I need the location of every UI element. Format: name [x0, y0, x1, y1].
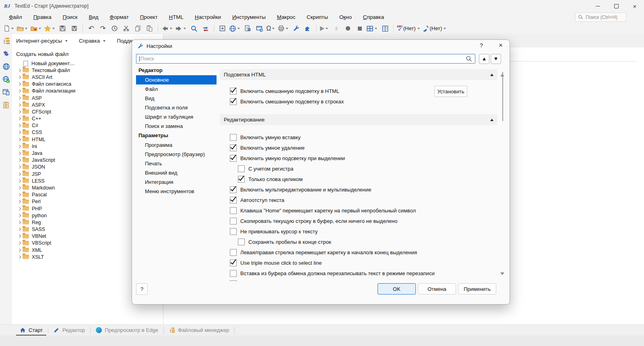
apply-button[interactable]: Применить — [458, 283, 496, 295]
globe-icon[interactable] — [0, 60, 12, 73]
expand-chevron-icon[interactable] — [16, 194, 23, 196]
settings-nav-item[interactable]: Меню инструментов — [136, 187, 217, 196]
history-button[interactable] — [109, 23, 120, 34]
menu-item[interactable]: HTML — [163, 12, 189, 23]
checkbox[interactable] — [230, 270, 237, 277]
dropdown-icon[interactable] — [375, 28, 377, 29]
expand-chevron-icon[interactable] — [16, 90, 23, 92]
checkbox[interactable] — [230, 88, 237, 95]
globe-check-icon[interactable] — [0, 73, 12, 86]
scrollbar-thumb[interactable] — [502, 72, 503, 121]
checkbox[interactable] — [238, 239, 245, 245]
back-button[interactable] — [161, 23, 174, 34]
menu-item[interactable]: Справка — [357, 12, 390, 23]
collapse-icon[interactable] — [490, 119, 493, 121]
checkbox[interactable] — [230, 98, 237, 105]
expand-chevron-icon[interactable] — [16, 159, 23, 161]
menu-item[interactable]: Поиск — [57, 12, 83, 23]
checkbox[interactable] — [230, 134, 237, 141]
expand-chevron-icon[interactable] — [16, 97, 23, 99]
menu-item[interactable]: Окно — [334, 12, 357, 23]
dropdown-icon[interactable] — [417, 28, 420, 29]
dialog-help-button[interactable]: ? — [477, 42, 486, 49]
expand-chevron-icon[interactable] — [16, 166, 23, 168]
goto-pane-button[interactable] — [217, 23, 228, 34]
settings-nav-item[interactable]: Вид — [136, 94, 217, 103]
checkbox[interactable] — [230, 197, 237, 204]
window-layout-button[interactable] — [365, 23, 379, 34]
settings-nav-item[interactable]: Поиск и замена — [136, 122, 217, 131]
sync-arrows-icon[interactable] — [0, 47, 12, 60]
panel-tab[interactable]: Справка — [79, 38, 105, 44]
section-header-html-highlight[interactable]: Подсветка HTML — [220, 69, 497, 80]
expand-chevron-icon[interactable] — [16, 173, 23, 175]
stop-button[interactable] — [354, 23, 365, 34]
settings-nav-item[interactable]: Основное — [136, 75, 217, 84]
expand-chevron-icon[interactable] — [16, 180, 23, 182]
dropdown-icon[interactable] — [170, 28, 172, 29]
expand-chevron-icon[interactable] — [16, 117, 23, 120]
save-all-button[interactable] — [68, 23, 80, 34]
settings-nav-item[interactable]: Шрифт и табуляция — [136, 112, 217, 122]
ok-button[interactable]: OK — [378, 283, 416, 295]
cancel-button[interactable]: Отмена — [418, 283, 456, 295]
menu-item[interactable]: Вид — [83, 12, 104, 23]
search-button[interactable] — [188, 23, 200, 34]
settings-nav-item[interactable]: Программа — [136, 140, 217, 150]
tab-file-manager[interactable]: Файловый менеджер — [164, 325, 235, 336]
expand-chevron-icon[interactable] — [16, 62, 23, 65]
expand-chevron-icon[interactable] — [16, 208, 23, 210]
expand-chevron-icon[interactable] — [16, 256, 23, 258]
dialog-close-button[interactable]: × — [495, 41, 506, 49]
settings-search-input[interactable]: Поиск — [136, 54, 475, 64]
settings-nav-item[interactable]: Интеграция — [136, 177, 217, 187]
expand-chevron-icon[interactable] — [16, 111, 23, 113]
checkbox[interactable] — [230, 144, 237, 151]
dropdown-icon[interactable] — [184, 28, 186, 29]
expand-chevron-icon[interactable] — [16, 242, 23, 244]
expand-chevron-icon[interactable] — [16, 83, 23, 85]
scroll-down-button[interactable] — [500, 275, 504, 282]
browser-globe-button[interactable] — [228, 23, 242, 34]
install-button[interactable]: Установить — [434, 86, 467, 97]
paste-button[interactable] — [144, 23, 155, 34]
plugins-puzzle-button[interactable] — [302, 23, 314, 34]
global-search-input[interactable]: Поиск (Ctrl+H) — [575, 12, 626, 22]
expand-chevron-icon[interactable] — [16, 187, 23, 189]
forward-button[interactable] — [174, 23, 188, 34]
cut-button[interactable] — [120, 23, 132, 34]
highlighter-button[interactable]: (Нет) — [422, 23, 448, 34]
run-play-button[interactable] — [319, 23, 330, 34]
close-button[interactable]: × — [625, 0, 644, 12]
save-button[interactable] — [57, 23, 68, 34]
dialog-help-footer-button[interactable]: ? — [136, 283, 148, 295]
special-chars-button[interactable]: Ω — [265, 23, 277, 34]
expand-chevron-icon[interactable] — [16, 104, 23, 106]
menu-item[interactable]: Скрипты — [301, 12, 334, 23]
checkbox[interactable] — [230, 249, 237, 256]
browser-preview-button[interactable] — [254, 23, 265, 34]
print-button[interactable] — [277, 23, 290, 34]
expand-chevron-icon[interactable] — [16, 228, 23, 231]
expand-chevron-icon[interactable] — [16, 249, 23, 251]
columns-layout-button[interactable] — [379, 23, 391, 34]
redo-button[interactable]: ↷ — [97, 23, 109, 34]
expand-chevron-icon[interactable] — [16, 138, 23, 141]
checkbox[interactable] — [238, 165, 245, 172]
validate-form-button[interactable] — [242, 23, 254, 34]
record-button[interactable] — [342, 23, 354, 34]
expand-chevron-icon[interactable] — [16, 200, 23, 203]
expand-chevron-icon[interactable] — [16, 131, 23, 134]
checkbox[interactable] — [230, 186, 237, 193]
menu-item[interactable]: Файл — [3, 12, 28, 23]
clipboard-icon[interactable] — [0, 99, 12, 111]
replace-button[interactable] — [200, 23, 211, 34]
panel-tab[interactable]: Интернет-ресурсы — [16, 38, 68, 44]
tab-editor[interactable]: Редактор — [48, 325, 90, 336]
menu-item[interactable]: Формат — [104, 12, 134, 23]
new-file-button[interactable] — [2, 23, 16, 34]
open-file-button[interactable] — [16, 23, 29, 34]
settings-wrench-button[interactable] — [290, 23, 302, 34]
dropdown-icon[interactable] — [11, 28, 14, 29]
dropdown-icon[interactable] — [39, 28, 41, 29]
